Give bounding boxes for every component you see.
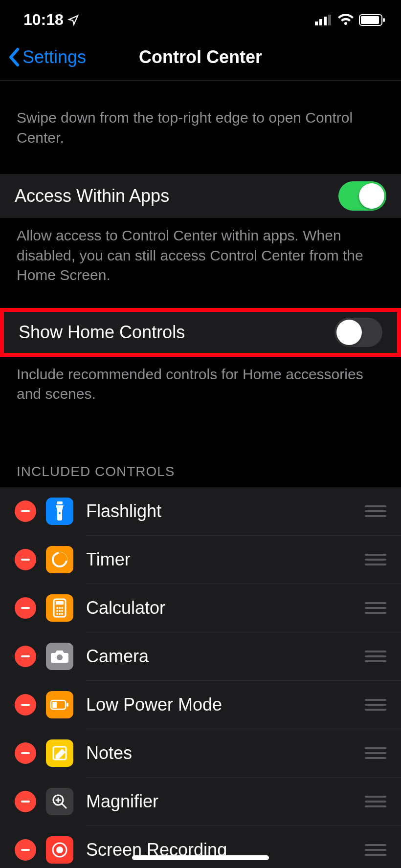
intro-description: Swipe down from the top-right edge to op… (0, 81, 401, 174)
svg-point-17 (61, 610, 63, 612)
timer-icon (46, 546, 73, 573)
magnifier-icon (46, 788, 73, 815)
back-label: Settings (22, 47, 86, 67)
show-home-controls-toggle[interactable] (334, 318, 382, 347)
toggle-knob (359, 183, 384, 209)
list-item-label: Notes (86, 743, 132, 763)
list-item-label: Magnifier (86, 791, 158, 812)
status-bar: 10:18 (0, 0, 401, 34)
remove-button[interactable] (15, 839, 36, 861)
remove-button[interactable] (15, 694, 36, 716)
svg-rect-1 (319, 19, 322, 25)
list-item-low-power-mode[interactable]: Low Power Mode (0, 681, 401, 729)
svg-point-13 (59, 607, 61, 609)
access-within-apps-footer: Allow access to Control Center within ap… (0, 218, 401, 293)
nav-bar: Settings Control Center (0, 34, 401, 81)
remove-button[interactable] (15, 597, 36, 619)
status-left: 10:18 (23, 11, 79, 29)
drag-handle-icon[interactable] (365, 505, 386, 517)
remove-button[interactable] (15, 549, 36, 570)
drag-handle-icon[interactable] (365, 747, 386, 759)
list-item-timer[interactable]: Timer (0, 536, 401, 584)
drag-handle-icon[interactable] (365, 554, 386, 565)
remove-button[interactable] (15, 791, 36, 812)
low-power-icon (46, 691, 73, 718)
svg-rect-0 (315, 22, 318, 25)
drag-handle-icon[interactable] (365, 844, 386, 856)
svg-point-16 (59, 610, 61, 612)
svg-point-31 (56, 846, 63, 853)
list-item-label: Timer (86, 549, 131, 570)
list-item-label: Calculator (86, 598, 165, 618)
svg-point-14 (61, 607, 63, 609)
list-item-magnifier[interactable]: Magnifier (0, 778, 401, 826)
show-home-controls-label: Show Home Controls (19, 322, 185, 343)
svg-rect-6 (383, 18, 385, 22)
list-item-label: Flashlight (86, 501, 161, 521)
show-home-controls-highlight: Show Home Controls (0, 308, 401, 357)
list-item-flashlight[interactable]: Flashlight (0, 487, 401, 536)
svg-rect-24 (52, 702, 57, 708)
svg-point-8 (59, 512, 61, 514)
screen-recording-icon (46, 836, 73, 864)
drag-handle-icon[interactable] (365, 796, 386, 807)
drag-handle-icon[interactable] (365, 651, 386, 662)
svg-point-19 (59, 613, 61, 615)
list-item-label: Camera (86, 646, 149, 667)
svg-line-27 (62, 804, 66, 808)
svg-rect-7 (57, 501, 63, 504)
svg-rect-2 (324, 17, 327, 25)
wifi-icon (337, 14, 354, 26)
list-item-camera[interactable]: Camera (0, 632, 401, 681)
cellular-icon (315, 15, 333, 25)
access-within-apps-row[interactable]: Access Within Apps (0, 174, 401, 218)
svg-rect-5 (361, 16, 379, 24)
list-item-label: Low Power Mode (86, 694, 222, 715)
show-home-controls-row[interactable]: Show Home Controls (4, 312, 397, 353)
battery-icon (359, 14, 385, 26)
svg-point-21 (57, 654, 63, 660)
access-within-apps-label: Access Within Apps (15, 186, 169, 206)
camera-icon (46, 643, 73, 670)
back-button[interactable]: Settings (8, 47, 86, 67)
location-icon (67, 14, 79, 26)
list-item-notes[interactable]: Notes (0, 729, 401, 778)
calculator-icon (46, 594, 73, 622)
notes-icon (46, 739, 73, 767)
remove-button[interactable] (15, 500, 36, 522)
svg-rect-3 (328, 15, 331, 25)
svg-point-18 (56, 613, 58, 615)
status-time: 10:18 (23, 11, 64, 29)
remove-button[interactable] (15, 646, 36, 667)
drag-handle-icon[interactable] (365, 602, 386, 614)
svg-rect-11 (56, 601, 64, 605)
included-controls-header: INCLUDED CONTROLS (0, 412, 401, 487)
toggle-knob (336, 320, 362, 345)
included-controls-list: Flashlight Timer Calculator Camera (0, 487, 401, 868)
chevron-left-icon (8, 47, 21, 67)
svg-point-20 (61, 613, 63, 615)
drag-handle-icon[interactable] (365, 699, 386, 711)
show-home-controls-footer: Include recommended controls for Home ac… (0, 357, 401, 412)
status-right (315, 14, 385, 26)
svg-point-12 (56, 607, 58, 609)
spacer (0, 293, 401, 308)
flashlight-icon (46, 498, 73, 525)
svg-rect-23 (67, 703, 68, 707)
list-item-screen-recording[interactable]: Screen Recording (0, 826, 401, 868)
page-title: Control Center (139, 47, 262, 67)
remove-button[interactable] (15, 742, 36, 764)
access-within-apps-toggle[interactable] (338, 181, 386, 211)
list-item-calculator[interactable]: Calculator (0, 584, 401, 632)
home-indicator[interactable] (132, 855, 269, 860)
svg-point-15 (56, 610, 58, 612)
